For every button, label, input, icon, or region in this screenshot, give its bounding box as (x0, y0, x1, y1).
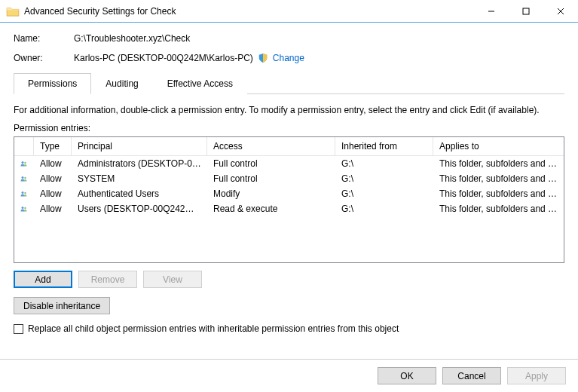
cell-type: Allow (34, 187, 72, 201)
cell-principal: Administrators (DESKTOP-00... (72, 157, 207, 170)
maximize-button[interactable] (509, 0, 543, 23)
apply-button: Apply (507, 367, 566, 384)
replace-checkbox[interactable] (14, 324, 23, 334)
svg-point-9 (24, 192, 26, 194)
titlebar: Advanced Security Settings for Check (0, 0, 578, 23)
cell-principal: Authenticated Users (72, 187, 207, 201)
folder-icon (6, 6, 20, 17)
dialog-footer: OK Cancel Apply (0, 359, 578, 392)
svg-point-4 (22, 161, 24, 164)
cell-applies: This folder, subfolders and files (433, 202, 564, 216)
content-area: Name: G:\Troubleshooter.xyz\Check Owner:… (0, 23, 578, 341)
people-icon (14, 187, 34, 201)
cell-inherited: G:\ (335, 172, 433, 185)
cell-access: Read & execute (207, 202, 335, 216)
header-inherited[interactable]: Inherited from (335, 137, 433, 155)
minimize-button[interactable] (474, 0, 509, 23)
cancel-button[interactable]: Cancel (442, 367, 501, 384)
people-icon (14, 157, 34, 170)
svg-point-11 (24, 207, 26, 210)
name-row: Name: G:\Troubleshooter.xyz\Check (14, 33, 564, 44)
permission-entries-list[interactable]: Type Principal Access Inherited from App… (14, 136, 564, 263)
name-value: G:\Troubleshooter.xyz\Check (74, 33, 564, 44)
table-row[interactable]: AllowUsers (DESKTOP-00Q242M\Us...Read & … (14, 201, 564, 216)
remove-button: Remove (78, 271, 137, 288)
svg-point-5 (24, 162, 26, 164)
change-owner-link[interactable]: Change (273, 53, 304, 63)
people-icon (14, 172, 34, 185)
cell-inherited: G:\ (335, 157, 433, 170)
name-label: Name: (14, 33, 74, 44)
header-applies[interactable]: Applies to (433, 137, 564, 155)
cell-type: Allow (34, 202, 72, 216)
cell-type: Allow (34, 172, 72, 185)
people-icon (14, 202, 34, 216)
svg-point-7 (24, 177, 26, 179)
description-text: For additional information, double-click… (14, 105, 564, 115)
close-button[interactable] (543, 0, 578, 23)
svg-point-8 (22, 191, 24, 194)
replace-checkbox-label: Replace all child object permission entr… (28, 323, 399, 334)
cell-principal: Users (DESKTOP-00Q242M\Us... (72, 202, 207, 216)
table-row[interactable]: AllowSYSTEMFull controlG:\This folder, s… (14, 171, 564, 186)
cell-applies: This folder, subfolders and files (433, 187, 564, 201)
cell-inherited: G:\ (335, 202, 433, 216)
cell-principal: SYSTEM (72, 172, 207, 185)
entry-buttons: Add Remove View (14, 271, 564, 288)
owner-row: Owner: Karlos-PC (DESKTOP-00Q242M\Karlos… (14, 53, 564, 63)
header-type[interactable]: Type (34, 137, 72, 155)
add-button[interactable]: Add (14, 271, 72, 288)
ok-button[interactable]: OK (378, 367, 436, 384)
tab-effective-access[interactable]: Effective Access (153, 73, 247, 94)
cell-applies: This folder, subfolders and files (433, 172, 564, 185)
header-access[interactable]: Access (207, 137, 335, 155)
list-header: Type Principal Access Inherited from App… (14, 137, 564, 156)
tab-auditing[interactable]: Auditing (91, 73, 152, 94)
disable-inheritance-button[interactable]: Disable inheritance (14, 297, 110, 314)
owner-value: Karlos-PC (DESKTOP-00Q242M\Karlos-PC) (74, 53, 253, 63)
cell-applies: This folder, subfolders and files (433, 157, 564, 170)
view-button: View (143, 271, 202, 288)
tabs: Permissions Auditing Effective Access (14, 72, 564, 94)
shield-icon (258, 53, 268, 63)
cell-access: Full control (207, 172, 335, 185)
table-row[interactable]: AllowAdministrators (DESKTOP-00...Full c… (14, 156, 564, 171)
entries-label: Permission entries: (14, 123, 564, 133)
cell-inherited: G:\ (335, 187, 433, 201)
cell-type: Allow (34, 157, 72, 170)
cell-access: Full control (207, 157, 335, 170)
header-principal[interactable]: Principal (72, 137, 207, 155)
svg-point-6 (22, 176, 24, 179)
svg-rect-1 (523, 8, 529, 14)
table-row[interactable]: AllowAuthenticated UsersModifyG:\This fo… (14, 186, 564, 201)
replace-checkbox-row[interactable]: Replace all child object permission entr… (14, 323, 564, 334)
cell-access: Modify (207, 187, 335, 201)
svg-point-10 (22, 207, 24, 209)
tab-permissions[interactable]: Permissions (14, 73, 91, 94)
owner-label: Owner: (14, 53, 74, 63)
window-title: Advanced Security Settings for Check (24, 6, 474, 17)
